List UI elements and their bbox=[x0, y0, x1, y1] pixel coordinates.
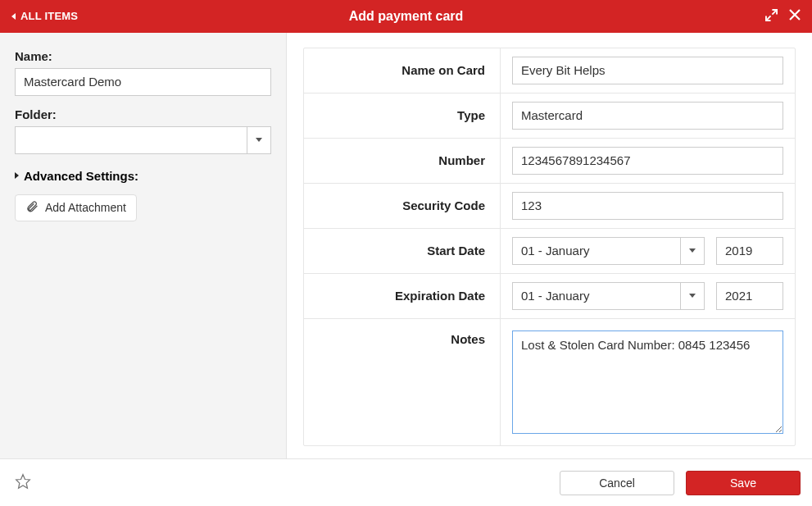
name-label: Name: bbox=[15, 49, 271, 63]
start-month-input[interactable] bbox=[512, 237, 680, 265]
type-label: Type bbox=[304, 93, 501, 138]
chevron-right-icon bbox=[15, 172, 19, 179]
chevron-left-icon bbox=[11, 13, 16, 20]
paperclip-icon bbox=[25, 200, 39, 216]
folder-input[interactable] bbox=[15, 126, 247, 154]
title-bar: ALL ITEMS Add payment card bbox=[0, 0, 812, 33]
type-input[interactable] bbox=[512, 102, 783, 130]
expand-icon[interactable] bbox=[765, 9, 778, 24]
name-input[interactable] bbox=[15, 68, 271, 96]
start-year-input[interactable] bbox=[716, 237, 783, 265]
start-date-label: Start Date bbox=[304, 229, 501, 273]
favorite-star-button[interactable] bbox=[11, 470, 34, 496]
add-attachment-label: Add Attachment bbox=[45, 201, 126, 214]
close-icon[interactable] bbox=[789, 9, 801, 23]
chevron-down-icon bbox=[689, 294, 696, 298]
window-title: Add payment card bbox=[349, 9, 464, 24]
add-attachment-button[interactable]: Add Attachment bbox=[15, 194, 137, 221]
cancel-button[interactable]: Cancel bbox=[560, 471, 674, 495]
card-form: Name on Card Type Number Security Code bbox=[303, 48, 796, 446]
advanced-settings-toggle[interactable]: Advanced Settings: bbox=[15, 169, 271, 183]
name-on-card-label: Name on Card bbox=[304, 48, 501, 93]
chevron-down-icon bbox=[256, 138, 262, 142]
main-content: Name: Folder: Advanced Settings: Add Att… bbox=[0, 33, 812, 458]
folder-dropdown-button[interactable] bbox=[247, 126, 271, 154]
back-all-items[interactable]: ALL ITEMS bbox=[11, 10, 78, 22]
exp-month-input[interactable] bbox=[512, 282, 680, 310]
left-panel: Name: Folder: Advanced Settings: Add Att… bbox=[0, 33, 287, 458]
notes-label: Notes bbox=[304, 319, 501, 445]
exp-year-input[interactable] bbox=[716, 282, 783, 310]
folder-label: Folder: bbox=[15, 107, 271, 121]
name-on-card-input[interactable] bbox=[512, 57, 783, 84]
back-label: ALL ITEMS bbox=[20, 10, 78, 22]
footer-bar: Cancel Save bbox=[0, 458, 812, 506]
number-input[interactable] bbox=[512, 147, 783, 175]
advanced-settings-label: Advanced Settings: bbox=[24, 169, 138, 183]
security-code-input[interactable] bbox=[512, 192, 783, 220]
expiration-date-label: Expiration Date bbox=[304, 274, 501, 318]
start-month-dropdown[interactable] bbox=[680, 237, 705, 265]
save-button[interactable]: Save bbox=[686, 471, 801, 495]
security-code-label: Security Code bbox=[304, 184, 501, 228]
svg-marker-0 bbox=[16, 474, 30, 488]
chevron-down-icon bbox=[689, 248, 696, 253]
notes-textarea[interactable] bbox=[512, 330, 783, 434]
form-panel: Name on Card Type Number Security Code bbox=[287, 33, 812, 458]
exp-month-dropdown[interactable] bbox=[680, 282, 705, 310]
number-label: Number bbox=[304, 139, 501, 183]
